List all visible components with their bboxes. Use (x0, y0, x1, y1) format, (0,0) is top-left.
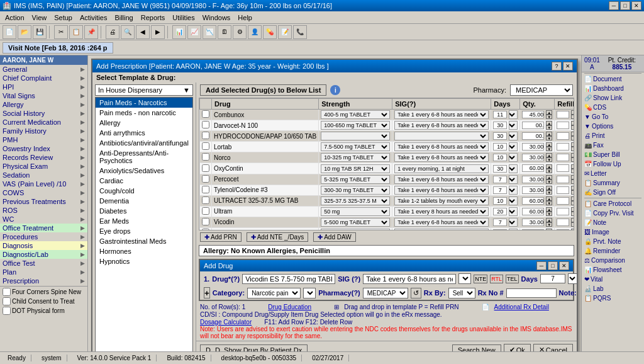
refill-cell-2[interactable] (557, 132, 569, 140)
sidebar-item-family-history[interactable]: Family History▶ (0, 127, 87, 135)
add-drug-minimize[interactable]: ─ (536, 261, 547, 270)
add-daw-btn[interactable]: ✚ Add DAW (313, 232, 356, 242)
menu-view[interactable]: View (28, 13, 51, 23)
days-unit-4[interactable]: ▼ (509, 153, 518, 162)
qty-cell-3[interactable] (522, 143, 544, 151)
refill-down-1[interactable]: ▼ (571, 125, 574, 130)
template-item-diabetes[interactable]: Diabetes (96, 206, 192, 216)
days-cell-6[interactable] (493, 176, 507, 183)
menu-setup[interactable]: Setup (50, 13, 76, 23)
qty-up-2[interactable]: ▲ (546, 132, 552, 136)
menu-windows[interactable]: Windows (199, 13, 235, 23)
sidebar-item-plan[interactable]: Plan▶ (0, 268, 87, 276)
right-item-sign-off[interactable]: ✍ Sign Off (582, 188, 644, 197)
drug-input-field[interactable] (242, 274, 335, 284)
toolbar-save[interactable]: 💾 (33, 25, 47, 39)
menu-action[interactable]: Action (1, 13, 28, 23)
dialog-close-btn[interactable]: ✕ (563, 62, 573, 71)
drug-checkbox-1[interactable] (202, 121, 209, 128)
dot-checkbox[interactable] (3, 307, 11, 315)
right-item-flowsheet[interactable]: 📊 Flowsheet (582, 265, 644, 275)
days-cell-8[interactable] (493, 197, 507, 205)
toolbar-btn5[interactable]: 📊 (172, 25, 186, 39)
visit-note-tab[interactable]: Visit Note [Feb 18, 2016 :264 p (3, 42, 113, 54)
template-item-anti-depressants[interactable]: Anti-Depressants/Anti-Psychotics (96, 148, 192, 166)
qty-up-3[interactable]: ▲ (546, 142, 552, 147)
sidebar-item-wc[interactable]: WC▶ (0, 215, 87, 224)
qty-up-1[interactable]: ▲ (546, 121, 552, 125)
right-item-letter[interactable]: ✉ Letter (582, 169, 644, 178)
qty-cell-10[interactable] (522, 219, 544, 226)
qty-up-6[interactable]: ▲ (546, 175, 552, 179)
days-unit-10[interactable]: ▼ (509, 218, 518, 227)
toolbar-btn13[interactable]: 📞 (293, 25, 307, 39)
right-item-prvt-note[interactable]: 🔒 Prvt. Note (582, 237, 644, 246)
toolbar-print[interactable]: 🖨 (106, 25, 119, 39)
refill-down-9[interactable]: ▼ (571, 212, 574, 216)
maximize-btn[interactable]: □ (620, 1, 630, 10)
info-icon[interactable]: i (330, 85, 340, 95)
right-item-dashboard[interactable]: 📊 Dashboard (582, 84, 644, 93)
refill-cell-10[interactable] (557, 219, 569, 226)
template-item-cardiac[interactable]: Cardiac (96, 176, 192, 186)
sidebar-item-prescription[interactable]: Prescription▶ (0, 276, 87, 285)
sig-input-field[interactable] (363, 274, 456, 284)
menu-reports[interactable]: Reports (137, 13, 169, 23)
minimize-btn[interactable]: ─ (609, 1, 619, 10)
days-cell-9[interactable] (493, 208, 507, 215)
toolbar-cut[interactable]: ✂ (54, 25, 68, 39)
qty-cell-0[interactable] (522, 111, 544, 118)
right-item-comparison[interactable]: ⚖ Comparison (582, 256, 644, 265)
template-item-eye-drops[interactable]: Eye drops (96, 226, 192, 236)
qty-down-7[interactable]: ▼ (546, 190, 552, 195)
days-unit-0[interactable]: ▼ (509, 110, 518, 119)
refill-cell-1[interactable] (557, 122, 569, 129)
sidebar-item-chief-complaint[interactable]: Chief Complaint▶ (0, 74, 87, 82)
days-unit-2[interactable]: ▼ (509, 132, 518, 140)
sidebar-item-vital-signs[interactable]: Vital Signs▶ (0, 91, 87, 100)
sig-select-6[interactable]: Take 1 every 6-8 hours as needed (394, 175, 489, 184)
add-drug-maximize[interactable]: □ (548, 261, 558, 270)
add-drug-close[interactable]: ✕ (559, 261, 569, 270)
toolbar-back[interactable]: ◀ (136, 25, 150, 39)
refill-down-5[interactable]: ▼ (571, 169, 574, 173)
refill-up-4[interactable]: ▲ (571, 153, 574, 157)
right-item-print[interactable]: 🖨 Print (582, 131, 644, 140)
refill-up-0[interactable]: ▲ (571, 110, 574, 115)
right-item-cds[interactable]: 💊 CDS (582, 103, 644, 112)
tel-icon[interactable]: TEL (506, 275, 519, 283)
template-item-antibiotics[interactable]: Antibiotics/antiviral/antifungal (96, 138, 192, 148)
days-cell-0[interactable] (493, 111, 507, 118)
qty-down-4[interactable]: ▼ (546, 157, 552, 162)
template-item-anxiolytics[interactable]: Anxiolytics/Sedatives (96, 166, 192, 176)
qty-up-9[interactable]: ▲ (546, 207, 552, 212)
toolbar-btn6[interactable]: 📈 (187, 25, 201, 39)
menu-billing[interactable]: Billing (111, 13, 136, 23)
days-cell-1[interactable] (493, 122, 507, 129)
qty-down-8[interactable]: ▼ (546, 201, 552, 205)
toolbar-btn9[interactable]: ⚙ (233, 25, 247, 39)
right-item-image[interactable]: 🖼 Image (582, 227, 644, 237)
drug-checkbox-2[interactable] (202, 132, 209, 139)
add-nte-btn[interactable]: ✚ Add NTE _/Days (247, 232, 308, 242)
four-corners-checkbox[interactable] (3, 288, 11, 296)
strength-select-2[interactable] (321, 132, 390, 140)
right-item-super-bill[interactable]: 💵 Super Bill (582, 150, 644, 159)
qty-up-7[interactable]: ▲ (546, 186, 552, 190)
qty-down-1[interactable]: ▼ (546, 125, 552, 130)
sidebar-item-procedures[interactable]: Procedures▶ (0, 232, 87, 241)
refill-down-3[interactable]: ▼ (571, 147, 574, 151)
drug-checkbox-9[interactable] (202, 207, 209, 215)
toolbar-btn11[interactable]: 💊 (263, 25, 277, 39)
right-item-note[interactable]: 📝 Note (582, 218, 644, 227)
rtl-icon[interactable]: RTL (490, 275, 503, 283)
sidebar-item-cows[interactable]: COWS▶ (0, 188, 87, 197)
toolbar-forward[interactable]: ▶ (151, 25, 165, 39)
sig-select-7[interactable]: Take 1 every 6-8 hours as needed (394, 186, 489, 195)
drug-checkbox-7[interactable] (202, 186, 209, 193)
refill-up-9[interactable]: ▲ (571, 207, 574, 212)
qty-cell-6[interactable] (522, 176, 544, 183)
sidebar-checkbox-four-corners[interactable]: Four Corners Spine New (0, 287, 87, 297)
template-item-pain-narcotics[interactable]: Pain Meds - Narcotics (96, 98, 192, 108)
refill-cell-9[interactable] (557, 208, 569, 215)
